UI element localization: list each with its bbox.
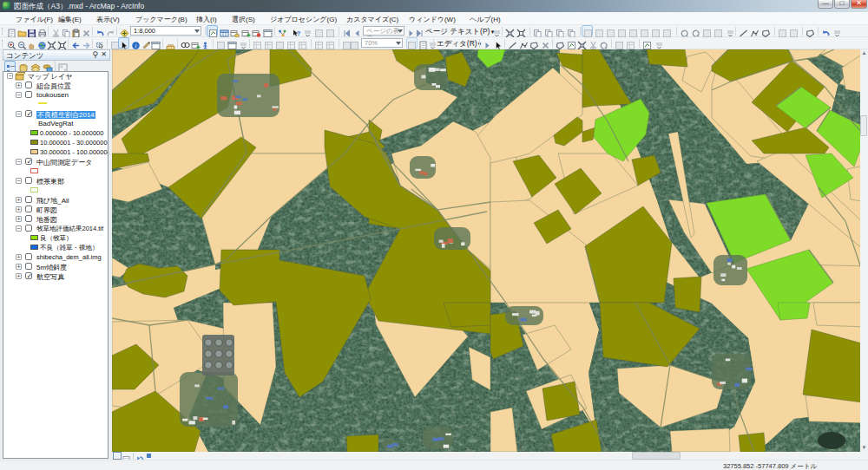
svg-text:i: i bbox=[135, 42, 137, 49]
svg-text:?: ? bbox=[297, 29, 301, 37]
